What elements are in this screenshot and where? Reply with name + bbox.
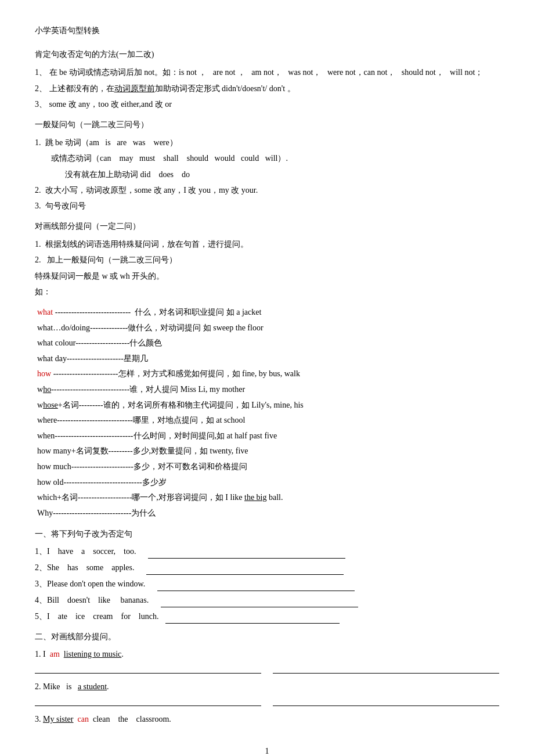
s3-note: 特殊疑问词一般是 w 或 wh 开头的。: [35, 269, 499, 283]
q4-answer-line: [161, 607, 358, 607]
q5-item: 5、I ate ice cream for lunch.: [35, 609, 499, 624]
wh-row-whatday: what day---------------------星期几: [37, 351, 499, 367]
part2-q1-blank2: [273, 663, 499, 674]
wh-row-howmuch: how much-----------------------多少，对不可数名词…: [37, 459, 499, 475]
q1-item: 1、I have a soccer, too.: [35, 544, 499, 559]
wh-how: how: [37, 369, 51, 378]
item2-text: 上述都没有的，在动词原型前加助动词否定形式 didn't/doesn't/ do…: [49, 84, 295, 93]
s2-item1-line3: 没有就在加上助动词 did does do: [35, 167, 499, 182]
wh-row-howold: how old-----------------------------多少岁: [37, 475, 499, 491]
item3-num: 3、: [35, 100, 47, 109]
section2-heading: 一般疑问句（一跳二改三问号）: [35, 117, 499, 132]
q1-answer-line: [148, 558, 345, 559]
part2-q1-answer-row: [35, 663, 499, 674]
q5-answer-line: [165, 623, 340, 624]
s2-item1-line2: 或情态动词（can may must shall should would co…: [35, 151, 499, 165]
part-two-block: 二、对画线部分提问。 1. I am listening to music. 2…: [35, 629, 499, 726]
item2-num: 2、: [35, 84, 47, 93]
section2-block: 一般疑问句（一跳二改三问号） 1. 跳 be 动词（am is are was …: [35, 117, 499, 213]
part2-q2-blank1: [35, 696, 261, 706]
part2-q1: 1. I am listening to music.: [35, 647, 499, 661]
s2-item2: 2. 改大小写，动词改原型，some 改 any，I 改 you，my 改 yo…: [35, 183, 499, 197]
wh-row-where: where----------------------------哪里，对地点提…: [37, 413, 499, 429]
wh-what: what: [37, 308, 53, 316]
s3-item1: 1. 根据划线的词语选用特殊疑问词，放在句首，进行提问。: [35, 237, 499, 251]
wh-row-whatcolour: what colour--------------------什么颜色: [37, 336, 499, 351]
wh-row-whatdo: what…do/doing--------------做什么，对动词提问 如 s…: [37, 321, 499, 336]
q3-answer-line: [157, 591, 355, 591]
part2-q3: 3. My sister can clean the classroom.: [35, 712, 499, 726]
wh-row-howmany: how many+名词复数---------多少,对数量提问，如 twenty,…: [37, 444, 499, 459]
section1-heading: 肯定句改否定句的方法(一加二改): [35, 47, 499, 62]
part2-q1-blank1: [35, 663, 261, 674]
item1-num: 1、: [35, 68, 47, 77]
part2-q2-answer-row: [35, 696, 499, 706]
wh-row-who: who-----------------------------谁，对人提问 M…: [37, 382, 499, 398]
part2-q2-text: 2. Mike is a student.: [35, 682, 109, 691]
q5-text: 5、I ate ice cream for lunch.: [35, 612, 158, 621]
page-title: 小学英语句型转换: [35, 23, 499, 38]
page-number: 1: [35, 744, 499, 756]
item1-text: 在 be 动词或情态动词后加 not。如：is not ， are not ， …: [49, 68, 484, 77]
part2-q3-text: 3. My sister can clean the classroom.: [35, 715, 171, 723]
part-two-title: 二、对画线部分提问。: [35, 629, 499, 644]
section1-item3: 3、 some 改 any，too 改 either,and 改 or: [35, 97, 499, 111]
wh-row-why: Why-----------------------------为什么: [37, 506, 499, 521]
q3-text: 3、Please don't open the window.: [35, 579, 149, 588]
s2-item1: 1. 跳 be 动词（am is are was were）: [35, 135, 499, 150]
q3-item: 3、Please don't open the window.: [35, 577, 499, 591]
part2-q1-text: 1. I am listening to music.: [35, 650, 124, 658]
q2-item: 2、She has some apples.: [35, 560, 499, 575]
section3-block: 对画线部分提问（一定二问） 1. 根据划线的词语选用特殊疑问词，放在句首，进行提…: [35, 219, 499, 299]
s2-item3: 3. 句号改问号: [35, 199, 499, 213]
q2-text: 2、She has some apples.: [35, 563, 138, 572]
s3-item2: 2. 加上一般疑问句（一跳二改三问号）: [35, 253, 499, 267]
wh-row-when: when-----------------------------什么时间，对时…: [37, 429, 499, 444]
s3-note2: 如：: [35, 285, 499, 299]
q1-text: 1、I have a soccer, too.: [35, 547, 140, 556]
section1-item2: 2、 上述都没有的，在动词原型前加助动词否定形式 didn't/doesn't/…: [35, 81, 499, 96]
wh-row-which: which+名词--------------------哪一个,对形容词提问，如…: [37, 490, 499, 506]
part2-q2: 2. Mike is a student.: [35, 679, 499, 694]
part-one-block: 一、将下列句子改为否定句 1、I have a soccer, too. 2、S…: [35, 527, 499, 624]
section3-heading: 对画线部分提问（一定二问）: [35, 219, 499, 233]
section1-item1: 1、 在 be 动词或情态动词后加 not。如：is not ， are not…: [35, 65, 499, 80]
q4-item: 4、Bill doesn't like bananas.: [35, 593, 499, 607]
wh-row-whose: whose+名词---------谁的，对名词所有格和物主代词提问，如 Lily…: [37, 398, 499, 413]
part2-q2-blank2: [273, 696, 499, 706]
q4-text: 4、Bill doesn't like bananas.: [35, 596, 153, 604]
section1-block: 肯定句改否定句的方法(一加二改) 1、 在 be 动词或情态动词后加 not。如…: [35, 47, 499, 111]
part-one-title: 一、将下列句子改为否定句: [35, 527, 499, 541]
wh-row-how: how ------------------------怎样，对方式和感觉如何提…: [37, 366, 499, 382]
q2-answer-line: [146, 574, 344, 575]
wh-words-table: what ---------------------------- 什么，对名词…: [37, 305, 499, 521]
wh-row-what: what ---------------------------- 什么，对名词…: [37, 305, 499, 321]
item3-text: some 改 any，too 改 either,and 改 or: [49, 100, 172, 109]
